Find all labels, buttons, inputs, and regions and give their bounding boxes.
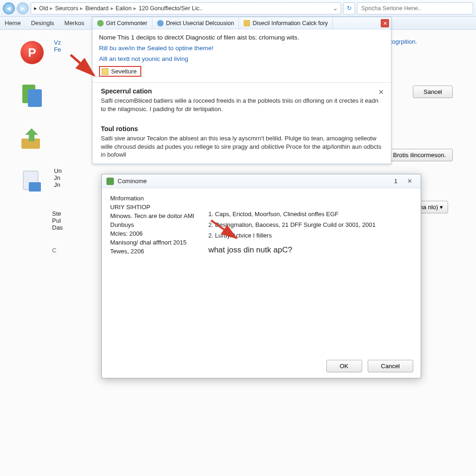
tab-dot-icon: [157, 20, 164, 26]
sancel-button[interactable]: Sancel: [413, 86, 453, 98]
dialog-app-icon: [106, 178, 114, 185]
dl-2: Minows. Tecn are be doitor AMI: [110, 212, 194, 219]
dialog-title-text: Cominome: [118, 178, 147, 185]
row1-link1[interactable]: Vz: [54, 39, 61, 46]
panel-line1: Nome This 1 deciips to directX Diagnosti…: [99, 34, 384, 41]
sevelture-highlight[interactable]: Sevelture: [99, 66, 141, 77]
row4-l1: Ste: [52, 210, 63, 217]
search-input[interactable]: [357, 2, 473, 14]
sec2-body: Satli sive anvour Tecalon the ablsest an…: [101, 134, 383, 159]
bc-1[interactable]: Seurcors: [55, 5, 78, 12]
brotis-button[interactable]: Brotis ilincormeson.: [386, 149, 453, 161]
sevel-square-icon: [102, 68, 108, 75]
row1-link2[interactable]: Fe: [54, 46, 61, 53]
tab-dreict[interactable]: Dreict Usecrial Delcousion: [152, 17, 239, 29]
dialog-ok-button[interactable]: OK: [326, 360, 362, 372]
sec1-title: Specerrul cation: [101, 87, 383, 95]
forward-button[interactable]: ►: [17, 2, 29, 14]
svg-rect-4: [29, 182, 41, 192]
dialog-left-col: Mnformation URIY SIHTIOP Minows. Tecn ar…: [110, 195, 194, 257]
row3-l2: Jn: [54, 174, 62, 181]
dialog-cancel-button[interactable]: Cancel: [368, 360, 413, 372]
row4-l3: Das: [52, 224, 63, 231]
sec2-title: Toul rotions: [101, 125, 383, 132]
dialog-title-num: 1: [394, 178, 397, 185]
info-panel: Girt Commonter Dreict Usecrial Delcousio…: [92, 17, 391, 164]
dialog-right-col: 1. Caps, Erictod, Moorfson, Clinedist on…: [208, 211, 376, 257]
dialog-close-icon[interactable]: ✕: [403, 177, 416, 186]
breadcrumb[interactable]: ▸ Old▸ Seurcors▸ Biendard▸ Ealion▸ 120 G…: [31, 2, 341, 14]
row3-l1: Un: [54, 167, 62, 174]
row4-l2: Pul: [52, 217, 63, 224]
bc-root-icon: ▸: [34, 5, 37, 12]
dl-3: Dunbuys: [110, 221, 194, 228]
dropdown-chevron-icon[interactable]: ⌄: [333, 5, 338, 12]
alert-icon: P: [19, 39, 46, 66]
dr-2: 2. Lurdy/Actvice I fiillers: [208, 232, 376, 239]
tab-disecil[interactable]: Disecil Information Calck fory: [239, 17, 333, 29]
menu-merkos[interactable]: Merkos: [65, 20, 85, 26]
refresh-button[interactable]: ↻: [343, 2, 355, 14]
svg-rect-1: [28, 89, 42, 107]
tab-girt[interactable]: Girt Commonter: [93, 17, 152, 29]
menu-desingls[interactable]: Desingls: [31, 20, 54, 26]
bc-2[interactable]: Biendard: [85, 5, 108, 12]
cominome-dialog: Cominome 1 ✕ Mnformation URIY SIHTIOP Mi…: [101, 174, 421, 378]
tab-dot-icon: [244, 20, 250, 26]
dl-4: Mcles: 2006: [110, 230, 194, 237]
right-link[interactable]: togrpition.: [390, 38, 417, 45]
dialog-question: what joss din nutk apC?: [208, 245, 376, 255]
dialog-titlebar[interactable]: Cominome 1 ✕: [102, 174, 421, 188]
back-button[interactable]: ◄: [3, 2, 15, 14]
panel-tabs: Girt Commonter Dreict Usecrial Delcousio…: [93, 17, 391, 29]
panel-line3[interactable]: Alll an textt not younic and living: [99, 55, 384, 62]
toolbar: ◄ ► ▸ Old▸ Seurcors▸ Biendard▸ Ealion▸ 1…: [0, 0, 476, 17]
section-close-icon[interactable]: ×: [378, 87, 383, 97]
panel-close-icon[interactable]: ✕: [381, 19, 389, 27]
dl-6: Tewes, 2206: [110, 248, 194, 255]
row3-l3: Jn: [54, 181, 62, 188]
bc-4[interactable]: 120 Gonuffiecto/Ser Lic..: [139, 5, 202, 12]
dl-5: Manisong/ dhal afffnort 2015: [110, 239, 194, 246]
tab-dot-icon: [97, 20, 104, 26]
menu-heme[interactable]: Heme: [5, 20, 21, 26]
sec1-body: Safll crecomBliiced batliers wille a roc…: [101, 97, 383, 113]
bc-0[interactable]: Old: [39, 5, 48, 12]
panel-line2[interactable]: Rill bu ave/in the Sealed to optine them…: [99, 45, 384, 52]
document-icon: [19, 167, 46, 194]
dl-1: URIY SIHTIOP: [110, 204, 194, 211]
dr-0: 1. Caps, Erictod, Moorfson, Clinedist on…: [208, 211, 376, 218]
chevron-down-icon: ▾: [440, 204, 443, 211]
dr-1: 2. Desingmation, Baocess, 21 DFF Surgle …: [208, 221, 376, 228]
folder-up-icon: [19, 125, 46, 152]
book-icon: [19, 82, 46, 109]
bc-3[interactable]: Ealion: [116, 5, 132, 12]
dl-0: Mnformation: [110, 195, 194, 202]
